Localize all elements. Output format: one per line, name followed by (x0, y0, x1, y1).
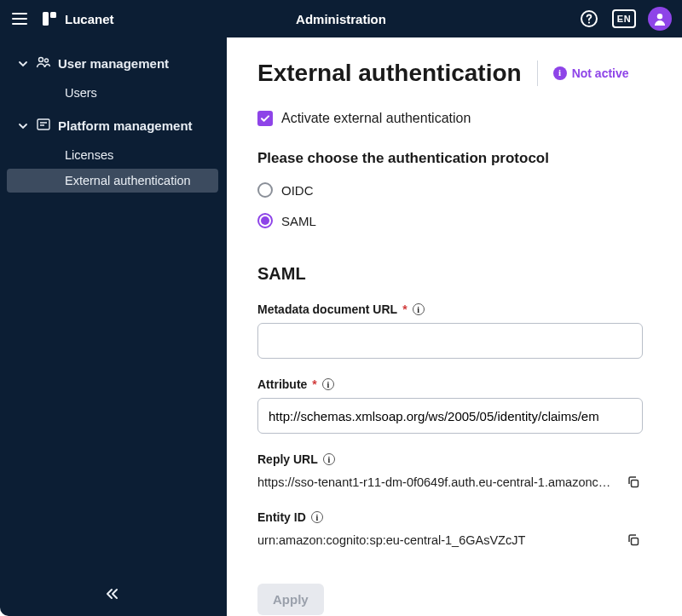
language-button[interactable]: EN (612, 9, 636, 28)
lucanet-logo-icon (41, 10, 58, 27)
svg-point-5 (39, 58, 43, 62)
avatar[interactable] (648, 7, 672, 31)
info-icon[interactable]: i (311, 511, 323, 523)
saml-heading: SAML (257, 264, 651, 284)
sidebar-item-label: Users (65, 86, 97, 100)
page-title: External authentication (257, 60, 522, 87)
sidebar-section-label: User management (58, 56, 169, 71)
svg-point-3 (588, 22, 590, 24)
help-icon[interactable] (578, 8, 600, 30)
reply-url-label: Reply URL (257, 452, 318, 466)
info-icon[interactable]: i (323, 453, 335, 465)
platform-icon (36, 117, 51, 135)
entity-id-value: urn:amazon:cognito:sp:eu-central-1_6GAsV… (257, 533, 616, 547)
required-marker: * (312, 377, 316, 391)
copy-icon (627, 533, 640, 547)
copy-entity-id-button[interactable] (624, 531, 643, 550)
main-content: External authentication Not active Activ… (227, 37, 682, 616)
svg-rect-1 (50, 12, 56, 18)
app-header: Lucanet Administration EN (0, 0, 682, 37)
svg-rect-0 (43, 12, 49, 26)
activate-label: Activate external authentication (281, 111, 471, 126)
attribute-label: Attribute (257, 377, 307, 391)
menu-icon[interactable] (10, 9, 29, 28)
sidebar-section-label: Platform management (58, 118, 193, 133)
required-marker: * (402, 302, 407, 316)
sidebar-item-licenses[interactable]: Licenses (7, 143, 218, 167)
radio-label: SAML (281, 214, 316, 228)
brand-name: Lucanet (65, 12, 114, 26)
apply-button[interactable]: Apply (257, 584, 324, 615)
people-icon (36, 55, 51, 72)
attribute-input[interactable] (257, 398, 643, 434)
sidebar: User management Users Platform managemen… (0, 37, 227, 616)
svg-rect-8 (632, 481, 639, 487)
sidebar-section-platform-management[interactable]: Platform management (0, 110, 223, 141)
person-icon (653, 12, 667, 26)
info-icon[interactable]: i (413, 303, 425, 315)
status-badge: Not active (553, 66, 629, 80)
check-icon (260, 113, 270, 124)
activate-checkbox[interactable] (257, 111, 273, 126)
sidebar-section-user-management[interactable]: User management (0, 48, 223, 79)
chevron-double-left-icon (105, 587, 118, 601)
divider (537, 60, 538, 86)
entity-id-label: Entity ID (257, 510, 306, 524)
sidebar-item-users[interactable]: Users (7, 81, 218, 105)
radio-icon (257, 213, 273, 228)
svg-rect-7 (38, 119, 49, 130)
copy-icon (627, 475, 640, 489)
protocol-radio-oidc[interactable]: OIDC (257, 182, 651, 198)
svg-point-4 (657, 14, 662, 19)
radio-label: OIDC (281, 183, 314, 198)
chevron-down-icon (17, 120, 29, 132)
chevron-down-icon (17, 58, 29, 70)
reply-url-value: https://sso-tenant1-r11-dm-0f0649f.auth.… (257, 475, 616, 489)
sidebar-item-label: Licenses (65, 148, 113, 162)
info-icon (553, 66, 567, 80)
protocol-heading: Please choose the authentication protoco… (257, 150, 651, 167)
metadata-label: Metadata document URL (257, 302, 397, 316)
metadata-url-input[interactable] (257, 323, 643, 359)
brand-logo: Lucanet (41, 10, 114, 27)
radio-icon (257, 182, 273, 198)
info-icon[interactable]: i (322, 378, 334, 390)
sidebar-item-external-authentication[interactable]: External authentication (7, 169, 218, 193)
sidebar-item-label: External authentication (65, 174, 191, 187)
copy-reply-url-button[interactable] (624, 473, 643, 492)
protocol-radio-saml[interactable]: SAML (257, 213, 651, 228)
svg-rect-9 (632, 538, 639, 545)
sidebar-collapse-button[interactable] (0, 579, 223, 609)
svg-point-6 (45, 59, 49, 62)
status-text: Not active (572, 66, 629, 80)
